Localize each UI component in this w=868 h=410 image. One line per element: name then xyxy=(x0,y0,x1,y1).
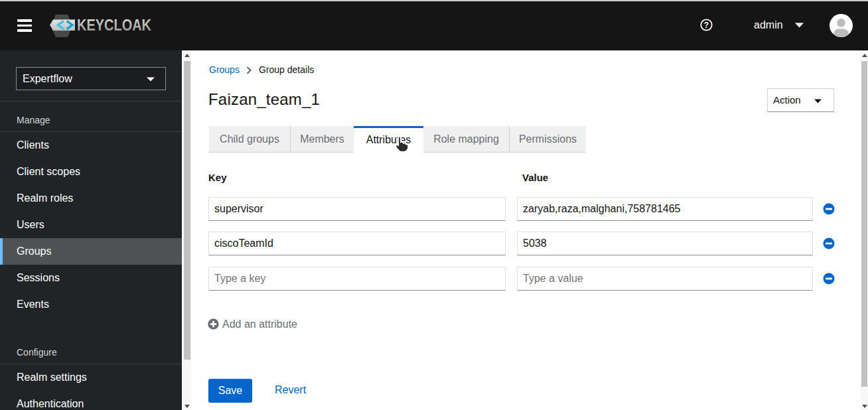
svg-text:KEYCLOAK: KEYCLOAK xyxy=(77,17,151,34)
svg-text:?: ? xyxy=(704,21,709,30)
